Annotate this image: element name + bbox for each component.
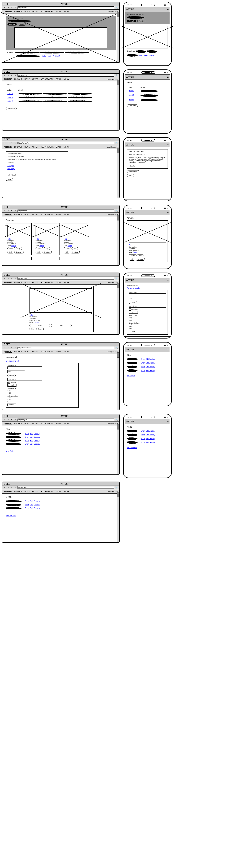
show-link[interactable]: Show <box>25 504 29 506</box>
style-option[interactable]: xxx <box>130 320 132 321</box>
search-icon[interactable]: 🔍 <box>115 74 118 76</box>
pill-artwork[interactable]: Artwork <box>7 23 17 26</box>
new-artist-button[interactable]: New Artist <box>127 104 138 107</box>
edit-link[interactable]: Edit <box>30 436 33 438</box>
brand[interactable]: ARTIZE <box>4 350 12 353</box>
close-icon[interactable]: ✕ <box>10 486 13 489</box>
nav-logout[interactable]: LOG OUT <box>14 78 22 80</box>
close-icon[interactable]: ✕ <box>10 74 13 76</box>
price-stepper[interactable]: -10+ <box>129 311 138 313</box>
medium-option[interactable]: xxx <box>130 328 132 329</box>
nav-logout[interactable]: LOG OUT <box>14 281 22 283</box>
brand[interactable]: ARTIZE <box>4 281 12 284</box>
artwork-link[interactable]: Starlight <box>7 165 14 167</box>
submit-button[interactable]: Submit <box>129 330 137 333</box>
new-medium-link[interactable]: New Medium <box>127 447 137 448</box>
brand[interactable]: ARTIZE <box>126 211 134 214</box>
nav-logout[interactable]: LOG OUT <box>14 423 22 425</box>
edit-button[interactable]: Edit <box>7 251 14 253</box>
nav-media[interactable]: MEDIA <box>64 281 69 283</box>
image-button[interactable]: Image <box>7 374 15 377</box>
show-link[interactable]: Show <box>25 500 29 502</box>
nav-style[interactable]: STYLE <box>56 351 62 353</box>
nav-style[interactable]: STYLE <box>56 490 62 492</box>
stepper-inc[interactable]: + <box>135 311 137 313</box>
show-button[interactable]: Show <box>7 247 15 250</box>
brand[interactable]: ARTIZE <box>126 420 134 423</box>
artist-link[interactable]: Artist 3 <box>129 99 134 101</box>
nav-logout[interactable]: LOG OUT <box>14 214 22 216</box>
brand[interactable]: ARTIZE <box>4 490 12 493</box>
nav-logout[interactable]: LOG OUT <box>14 146 22 148</box>
nav-style[interactable]: STYLE <box>56 281 62 283</box>
stepper-inc[interactable]: + <box>14 384 16 386</box>
nav-user[interactable]: User@test.com <box>107 491 118 492</box>
artist-link[interactable]: Name <box>68 245 72 247</box>
buy-button[interactable]: Buy <box>44 247 50 250</box>
stepper-dec[interactable]: - <box>8 384 10 386</box>
destroy-link[interactable]: Destroy <box>149 362 155 364</box>
brand[interactable]: ARTIZE <box>4 213 12 216</box>
nav-user[interactable]: User@test.com <box>107 11 118 12</box>
description-input[interactable] <box>129 305 166 308</box>
url-input[interactable]: https://home <box>18 277 114 280</box>
close-icon[interactable]: ✕ <box>10 277 13 280</box>
artist-link[interactable]: Name <box>133 251 138 253</box>
image-button[interactable]: Image <box>129 301 137 304</box>
close-icon[interactable]: ✕ <box>10 142 13 144</box>
nav-logout[interactable]: LOG OUT <box>14 10 22 12</box>
nav-style[interactable]: STYLE <box>56 146 62 148</box>
show-link[interactable]: Show <box>25 443 29 445</box>
artwork-title-link[interactable]: Title <box>7 238 11 240</box>
show-link[interactable]: Show <box>141 430 145 432</box>
buy-button[interactable]: Buy <box>72 247 79 250</box>
back-button[interactable]: Back <box>6 178 13 181</box>
destroy-button[interactable]: Destroy <box>42 251 52 253</box>
show-link[interactable]: Show <box>25 507 29 509</box>
nav-style[interactable]: STYLE <box>56 78 62 80</box>
edit-link[interactable]: Edit <box>30 500 33 502</box>
medium-option[interactable]: xxx <box>9 399 11 401</box>
new-style-link[interactable]: New Style <box>6 450 13 452</box>
brand[interactable]: ARTIZE <box>4 10 12 13</box>
medium-option[interactable]: xxx <box>130 324 132 326</box>
url-input[interactable]: https://Artists <box>18 74 114 76</box>
artwork-link[interactable]: Painting 2 <box>7 168 15 169</box>
forward-icon[interactable]: ⇒ <box>7 347 9 349</box>
nav-artist[interactable]: ARTIST <box>32 281 38 283</box>
artist-link-3[interactable]: Artist 3 <box>150 55 155 57</box>
style-option[interactable]: xxx <box>9 391 11 393</box>
pill-artists[interactable]: Artists <box>137 20 145 22</box>
artist-link[interactable]: Artist 1 <box>7 93 13 95</box>
destroy-link[interactable]: Destroy <box>149 441 155 443</box>
scrollbar[interactable] <box>117 492 119 542</box>
show-link[interactable]: Show <box>25 433 29 435</box>
show-button[interactable]: Show <box>36 247 43 250</box>
back-icon[interactable]: ⇐ <box>4 142 6 144</box>
destroy-link[interactable]: Destroy <box>149 366 155 368</box>
nav-user[interactable]: User@test.com <box>107 423 118 425</box>
nav-home[interactable]: HOME <box>25 490 30 492</box>
destroy-link[interactable]: Destroy <box>34 433 40 435</box>
artist-link[interactable]: Name <box>39 245 44 247</box>
avail-checkbox[interactable]: x <box>7 381 10 384</box>
artwork-title-link[interactable]: Title <box>64 238 67 240</box>
destroy-link[interactable]: Destroy <box>34 436 40 438</box>
scrollbar[interactable] <box>117 283 119 334</box>
style-option[interactable]: xxx <box>9 390 11 391</box>
search-icon[interactable]: 🔍 <box>115 418 118 421</box>
nav-media[interactable]: MEDIA <box>64 146 69 148</box>
artist-select[interactable] <box>129 293 166 296</box>
title-input[interactable] <box>7 370 25 373</box>
show-link[interactable]: Show <box>141 438 145 439</box>
nav-add-artwork[interactable]: ADD ARTWORK <box>40 78 54 80</box>
url-input[interactable]: https://artworks/new <box>18 347 114 349</box>
destroy-link[interactable]: Destroy <box>34 504 40 506</box>
search-icon[interactable]: 🔍 <box>115 277 118 280</box>
scrollbar[interactable] <box>117 215 119 266</box>
artist-link[interactable]: Artist 2 <box>129 94 134 96</box>
nav-home[interactable]: HOME <box>25 214 30 216</box>
nav-user[interactable]: User@test.com <box>107 214 118 216</box>
submit-button[interactable]: Submit <box>7 403 16 406</box>
style-option[interactable]: xxx <box>9 393 11 395</box>
